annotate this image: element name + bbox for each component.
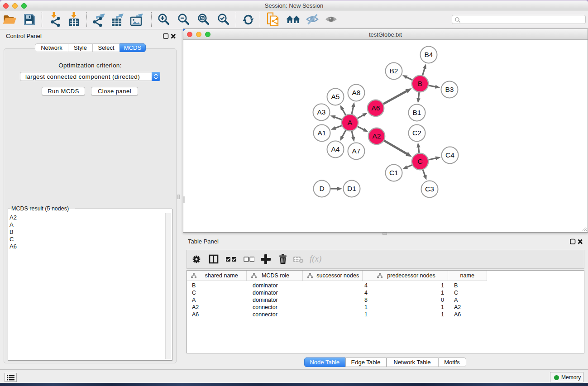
svg-text:C4: C4 bbox=[445, 151, 454, 159]
svg-text:A7: A7 bbox=[352, 147, 361, 155]
svg-text:D1: D1 bbox=[347, 185, 356, 192]
svg-text:C1: C1 bbox=[389, 169, 398, 176]
svg-text:B3: B3 bbox=[445, 86, 454, 93]
svg-text:A1: A1 bbox=[318, 129, 326, 137]
svg-text:f(x): f(x) bbox=[310, 254, 321, 264]
svg-text:A6: A6 bbox=[372, 104, 380, 112]
svg-text:A5: A5 bbox=[331, 93, 340, 100]
svg-text:C: C bbox=[417, 157, 422, 165]
svg-text:B4: B4 bbox=[425, 51, 433, 58]
svg-text:C3: C3 bbox=[425, 185, 434, 193]
svg-text:A2: A2 bbox=[373, 132, 381, 140]
svg-text:A3: A3 bbox=[317, 108, 326, 116]
svg-text:B: B bbox=[418, 80, 422, 87]
svg-text:D: D bbox=[319, 185, 324, 192]
svg-text:A: A bbox=[348, 119, 353, 126]
svg-text:B1: B1 bbox=[413, 109, 421, 116]
svg-text:B2: B2 bbox=[390, 67, 398, 75]
svg-text:A4: A4 bbox=[331, 145, 340, 153]
svg-text:A8: A8 bbox=[352, 89, 361, 96]
svg-text:C2: C2 bbox=[412, 129, 421, 137]
